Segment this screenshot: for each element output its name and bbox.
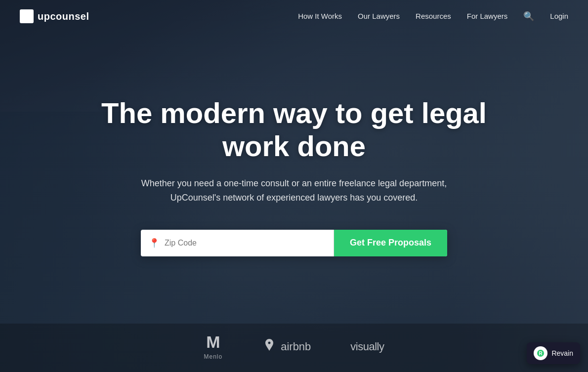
search-icon[interactable]: 🔍 <box>523 11 534 21</box>
menlo-letter: M <box>206 333 220 350</box>
login-link[interactable]: Login <box>550 12 568 20</box>
nav-for-lawyers[interactable]: For Lawyers <box>467 12 508 20</box>
airbnb-symbol <box>262 338 277 356</box>
menlo-label: Menlo <box>204 353 223 360</box>
logo-link[interactable]: upcounsel <box>20 9 89 23</box>
location-icon: 📍 <box>149 238 160 248</box>
hero-title: The modern way to get legal work done <box>72 97 516 163</box>
airbnb-text: airbnb <box>281 340 311 353</box>
visually-logo: visually <box>350 340 384 353</box>
get-proposals-button[interactable]: Get Free Proposals <box>334 230 447 256</box>
menlo-logo: M Menlo <box>204 333 223 360</box>
nav-our-lawyers[interactable]: Our Lawyers <box>358 12 400 20</box>
navbar: upcounsel How It Works Our Lawyers Resou… <box>0 0 588 33</box>
nav-how-it-works[interactable]: How It Works <box>298 12 342 20</box>
revain-label: Revain <box>551 349 573 357</box>
airbnb-logo: airbnb <box>262 338 311 356</box>
visually-text: visually <box>350 340 384 353</box>
nav-resources[interactable]: Resources <box>416 12 451 20</box>
svg-text:R: R <box>539 351 543 356</box>
logo-text: upcounsel <box>38 11 89 22</box>
logos-bar: M Menlo airbnb visually <box>0 324 588 372</box>
revain-icon: R <box>534 346 547 360</box>
logo-icon <box>20 9 34 23</box>
zip-code-input[interactable] <box>165 239 326 248</box>
hero-subtitle: Whether you need a one-time consult or a… <box>136 176 452 205</box>
search-bar: 📍 Get Free Proposals <box>141 230 447 256</box>
nav-links: How It Works Our Lawyers Resources For L… <box>298 11 568 22</box>
revain-widget[interactable]: R Revain <box>527 342 580 364</box>
search-input-wrapper: 📍 <box>141 238 334 248</box>
svg-rect-1 <box>23 13 28 20</box>
hero-content: The modern way to get legal work done Wh… <box>0 33 588 256</box>
